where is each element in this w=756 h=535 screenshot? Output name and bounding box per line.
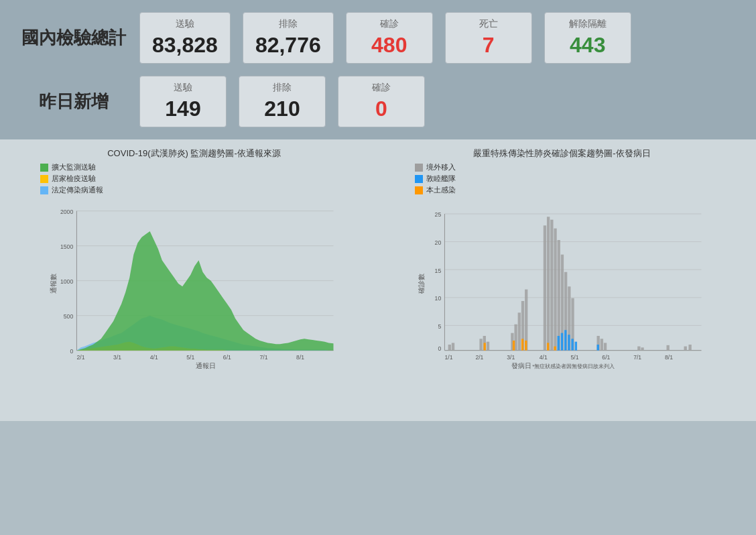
- svg-rect-64: [684, 347, 687, 351]
- section1-label: 國內檢驗總計: [20, 26, 127, 50]
- svg-rect-40: [452, 343, 454, 350]
- svg-text:500: 500: [64, 313, 74, 320]
- svg-rect-52: [554, 229, 556, 351]
- stat-card-siwang: 死亡 7: [445, 12, 532, 64]
- svg-text:6/1: 6/1: [223, 354, 231, 361]
- stat-value-jiechu: 443: [570, 33, 605, 58]
- stat-value-new-quezhen: 0: [375, 97, 387, 121]
- svg-rect-71: [575, 342, 577, 351]
- svg-rect-43: [487, 342, 489, 351]
- section2-row: 昨日新增 送驗 149 排除 210 確診 0: [20, 76, 736, 127]
- stat-value-songyan: 83,828: [152, 33, 218, 58]
- svg-text:15: 15: [435, 268, 442, 274]
- svg-text:2/1: 2/1: [475, 354, 483, 361]
- stat-card-jiechu: 解除隔離 443: [544, 12, 631, 64]
- right-legend-label-2: 敦睦艦隊: [426, 174, 456, 184]
- stat-card-paichu: 排除 82,776: [243, 12, 334, 64]
- svg-rect-72: [597, 345, 599, 351]
- svg-text:5/1: 5/1: [571, 354, 579, 361]
- right-legend-item-3: 本土感染: [415, 185, 456, 195]
- svg-text:5: 5: [438, 323, 441, 330]
- left-legend-label-2: 居家檢疫送驗: [52, 174, 96, 184]
- left-legend-item-2: 居家檢疫送驗: [40, 174, 96, 184]
- right-legend-color-2: [415, 175, 423, 183]
- svg-text:7/1: 7/1: [259, 354, 267, 361]
- svg-text:2000: 2000: [60, 209, 73, 215]
- svg-rect-68: [564, 330, 566, 350]
- svg-text:10: 10: [435, 295, 442, 302]
- stat-card-songyan: 送驗 83,828: [139, 12, 231, 64]
- stat-value-new-songyan: 149: [165, 97, 200, 121]
- svg-text:6/1: 6/1: [602, 354, 610, 361]
- svg-text:1500: 1500: [60, 243, 73, 250]
- svg-rect-51: [550, 220, 553, 351]
- svg-text:20: 20: [435, 239, 442, 246]
- svg-text:*無症狀感染者因無發病日故未列入: *無症狀感染者因無發病日故未列入: [532, 363, 615, 369]
- right-legend-item-1: 境外移入: [415, 162, 456, 172]
- svg-rect-63: [667, 345, 670, 351]
- left-chart-title: COVID-19(武漢肺炎) 監測趨勢圖-依通報來源: [107, 147, 281, 160]
- svg-rect-49: [544, 225, 546, 350]
- stat-card-new-paichu: 排除 210: [239, 76, 326, 127]
- stat-value-paichu: 82,776: [255, 33, 321, 58]
- stat-label-quezhen: 確診: [380, 18, 399, 30]
- svg-rect-65: [688, 345, 691, 351]
- stat-card-quezhen: 確診 480: [346, 12, 433, 64]
- left-legend-color-3: [40, 186, 48, 194]
- stat-value-quezhen: 480: [371, 33, 407, 58]
- left-legend-label-1: 擴大監測送驗: [52, 162, 96, 172]
- svg-text:確診數: 確診數: [418, 274, 425, 294]
- left-legend-color-1: [40, 164, 48, 172]
- svg-text:5/1: 5/1: [186, 354, 194, 361]
- svg-rect-53: [558, 240, 560, 351]
- right-legend-label-3: 本土感染: [426, 185, 456, 195]
- left-legend-item-3: 法定傳染病通報: [40, 185, 103, 195]
- right-legend-item-2: 敦睦艦隊: [415, 174, 456, 184]
- right-chart-svg: 確診數 25 20 15 10 5 0: [381, 196, 743, 371]
- stat-label-paichu: 排除: [279, 18, 298, 30]
- stat-value-siwang: 7: [483, 33, 495, 58]
- svg-rect-74: [513, 341, 515, 351]
- svg-rect-46: [518, 312, 521, 350]
- stat-card-new-quezhen: 確診 0: [338, 76, 425, 127]
- svg-text:3/1: 3/1: [507, 354, 515, 361]
- bottom-section: COVID-19(武漢肺炎) 監測趨勢圖-依通報來源 擴大監測送驗 居家檢疫送驗…: [0, 139, 756, 421]
- svg-text:通報日: 通報日: [196, 362, 216, 369]
- stat-label-new-paichu: 排除: [273, 82, 292, 94]
- svg-rect-78: [554, 347, 556, 351]
- svg-rect-66: [558, 336, 560, 351]
- svg-rect-70: [571, 339, 573, 350]
- svg-text:4/1: 4/1: [150, 354, 158, 361]
- left-chart-container: COVID-19(武漢肺炎) 監測趨勢圖-依通報來源 擴大監測送驗 居家檢疫送驗…: [13, 147, 375, 414]
- svg-rect-62: [641, 347, 643, 350]
- svg-text:0: 0: [70, 348, 73, 355]
- svg-marker-15: [76, 231, 333, 351]
- svg-rect-61: [637, 347, 640, 351]
- svg-text:4/1: 4/1: [540, 354, 548, 361]
- svg-text:通報數: 通報數: [50, 274, 57, 294]
- svg-text:1000: 1000: [60, 278, 73, 285]
- svg-rect-73: [484, 343, 486, 350]
- svg-text:3/1: 3/1: [113, 354, 121, 361]
- svg-rect-41: [479, 339, 482, 350]
- left-legend-item-1: 擴大監測送驗: [40, 162, 96, 172]
- left-legend-color-2: [40, 175, 48, 183]
- stat-label-songyan: 送驗: [176, 18, 194, 30]
- section2-label: 昨日新增: [20, 90, 127, 113]
- svg-rect-67: [561, 333, 563, 351]
- svg-text:8/1: 8/1: [665, 354, 673, 361]
- stat-label-new-songyan: 送驗: [174, 82, 192, 94]
- stat-value-new-paichu: 210: [264, 97, 300, 121]
- svg-rect-69: [568, 335, 570, 350]
- svg-rect-59: [601, 339, 603, 350]
- right-legend-label-1: 境外移入: [426, 162, 456, 172]
- right-legend-color-1: [415, 164, 423, 172]
- svg-text:1/1: 1/1: [444, 354, 452, 361]
- svg-rect-77: [547, 343, 549, 350]
- svg-rect-39: [448, 345, 451, 351]
- right-legend: 境外移入 敦睦艦隊 本土感染: [415, 162, 456, 195]
- right-chart-title: 嚴重特殊傳染性肺炎確診個案趨勢圖-依發病日: [473, 147, 650, 160]
- svg-text:0: 0: [438, 345, 441, 352]
- svg-rect-76: [525, 341, 527, 351]
- stat-label-new-quezhen: 確診: [372, 82, 391, 94]
